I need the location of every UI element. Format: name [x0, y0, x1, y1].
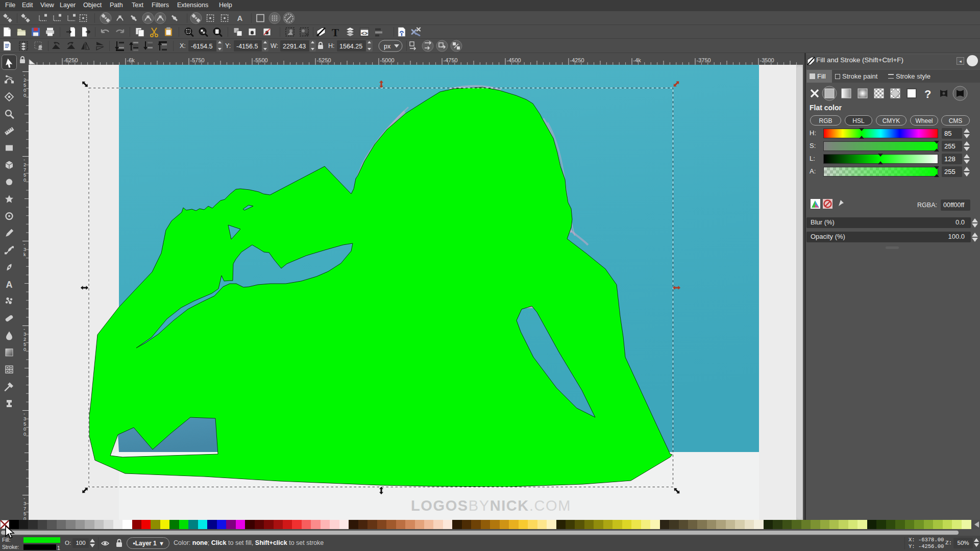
svg-text:-4750: -4750	[444, 57, 458, 63]
svg-text:A: A	[237, 14, 243, 22]
svg-text:T: T	[332, 27, 339, 39]
svg-text:-4500: -4500	[507, 57, 521, 63]
svg-text:-5250: -5250	[317, 57, 331, 63]
svg-text:1564.25: 1564.25	[339, 43, 362, 50]
svg-text:A: A	[6, 280, 13, 290]
svg-text:-4k: -4k	[633, 57, 642, 63]
svg-text:<>: <>	[361, 31, 368, 37]
svg-text:LOGOSBYNICK.COM: LOGOSBYNICK.COM	[411, 497, 571, 514]
svg-text:-6154.5: -6154.5	[191, 43, 212, 50]
svg-text:-6k: -6k	[127, 57, 135, 63]
svg-text:2291.43: 2291.43	[283, 43, 306, 50]
svg-text:-3500: -3500	[760, 57, 774, 63]
svg-text:?: ?	[924, 88, 931, 101]
svg-text:-4250: -4250	[570, 57, 584, 63]
svg-text:W:: W:	[271, 42, 278, 49]
svg-text:H:: H:	[328, 42, 335, 49]
svg-text:-5750: -5750	[190, 57, 205, 63]
svg-text:0: 0	[23, 346, 26, 352]
svg-text:Y:: Y:	[225, 42, 231, 49]
svg-text:k: k	[23, 252, 26, 257]
svg-text:-3750: -3750	[697, 57, 711, 63]
svg-text:X:: X:	[180, 42, 186, 49]
svg-text:-5000: -5000	[380, 57, 395, 63]
svg-text:0: 0	[23, 92, 26, 98]
svg-text:-5500: -5500	[254, 57, 268, 63]
svg-text:0: 0	[23, 431, 26, 437]
svg-text:px: px	[384, 43, 391, 50]
svg-text:-6250: -6250	[64, 57, 78, 63]
svg-text:-4156.5: -4156.5	[236, 43, 258, 50]
svg-text:0: 0	[23, 177, 26, 183]
